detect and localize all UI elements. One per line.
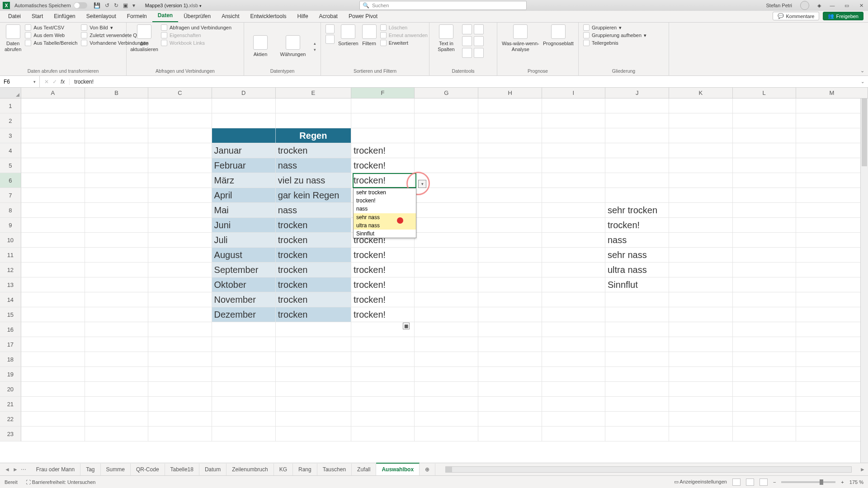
- cell-E11[interactable]: trocken: [276, 248, 351, 263]
- cell-M21[interactable]: [796, 397, 868, 412]
- datentools-grid[interactable]: [462, 24, 484, 58]
- cell-F23[interactable]: [351, 427, 415, 441]
- aus-text-csv[interactable]: Aus Text/CSV: [25, 24, 77, 31]
- cell-G19[interactable]: [415, 367, 478, 382]
- cell-K13[interactable]: [669, 277, 732, 292]
- save-icon[interactable]: 💾: [94, 2, 100, 9]
- display-settings[interactable]: ▭ Anzeigeeinstellungen: [674, 479, 727, 485]
- cell-E17[interactable]: [276, 337, 351, 352]
- cell-I13[interactable]: [542, 277, 605, 292]
- row-header[interactable]: 12: [0, 263, 21, 277]
- cell-M3[interactable]: [796, 128, 868, 143]
- cell-G15[interactable]: [415, 307, 478, 322]
- cell-C20[interactable]: [148, 382, 212, 397]
- col-header-H[interactable]: H: [478, 88, 542, 98]
- row-header[interactable]: 6: [0, 173, 21, 188]
- col-header-D[interactable]: D: [212, 88, 276, 98]
- cell-B23[interactable]: [85, 427, 148, 441]
- cell-L14[interactable]: [733, 292, 796, 307]
- cell-H13[interactable]: [478, 277, 542, 292]
- cell-H3[interactable]: [478, 128, 542, 143]
- cell-K8[interactable]: [669, 203, 732, 218]
- alle-aktualisieren-button[interactable]: Alle aktualisieren: [131, 24, 157, 52]
- cell-M7[interactable]: [796, 188, 868, 203]
- cell-K12[interactable]: [669, 263, 732, 277]
- cell-F3[interactable]: [351, 128, 415, 143]
- cell-K3[interactable]: [669, 128, 732, 143]
- cell-K2[interactable]: [669, 113, 732, 128]
- sheet-nav-next-icon[interactable]: ►: [13, 466, 18, 473]
- gruppieren[interactable]: Gruppieren ▾: [583, 24, 646, 31]
- cell-D20[interactable]: [212, 382, 276, 397]
- sheet-tab[interactable]: Datum: [199, 464, 226, 475]
- cell-I9[interactable]: [542, 218, 605, 233]
- cell-M9[interactable]: [796, 218, 868, 233]
- share-button[interactable]: 👥 Freigeben: [823, 12, 863, 20]
- cell-M16[interactable]: [796, 322, 868, 337]
- cell-D6[interactable]: März: [212, 173, 276, 188]
- cell-J14[interactable]: [605, 292, 669, 307]
- cell-F19[interactable]: [351, 367, 415, 382]
- diamond-icon[interactable]: ◈: [817, 3, 821, 9]
- cell-C12[interactable]: [148, 263, 212, 277]
- cell-M11[interactable]: [796, 248, 868, 263]
- cell-C13[interactable]: [148, 277, 212, 292]
- cell-L13[interactable]: [733, 277, 796, 292]
- cell-F17[interactable]: [351, 337, 415, 352]
- cell-M4[interactable]: [796, 143, 868, 158]
- cell-L16[interactable]: [733, 322, 796, 337]
- row-header[interactable]: 20: [0, 382, 21, 397]
- cell-M6[interactable]: [796, 173, 868, 188]
- cell-K20[interactable]: [669, 382, 732, 397]
- erweitert[interactable]: Erweitert: [380, 40, 428, 46]
- cell-G10[interactable]: [415, 233, 478, 248]
- cell-F12[interactable]: trocken!: [351, 263, 415, 277]
- autosave-toggle[interactable]: Automatisches Speichern: [14, 2, 87, 9]
- cell-H17[interactable]: [478, 337, 542, 352]
- zoom-out-button[interactable]: −: [773, 479, 776, 485]
- new-sheet-button[interactable]: ⊕: [420, 464, 435, 475]
- cell-H15[interactable]: [478, 307, 542, 322]
- col-header-E[interactable]: E: [276, 88, 351, 98]
- cell-L18[interactable]: [733, 352, 796, 367]
- cell-C21[interactable]: [148, 397, 212, 412]
- cell-F2[interactable]: [351, 113, 415, 128]
- dropdown-option[interactable]: sehr trocken: [354, 188, 416, 197]
- sheet-nav-prev-icon[interactable]: ◄: [5, 466, 10, 473]
- cell-A23[interactable]: [21, 427, 85, 441]
- cell-H7[interactable]: [478, 188, 542, 203]
- comments-button[interactable]: 💬 Kommentare: [773, 12, 819, 20]
- col-header-J[interactable]: J: [605, 88, 669, 98]
- cell-C23[interactable]: [148, 427, 212, 441]
- cell-K15[interactable]: [669, 307, 732, 322]
- tab-einfuegen[interactable]: Einfügen: [48, 11, 80, 22]
- cell-J15[interactable]: [605, 307, 669, 322]
- cell-E15[interactable]: trocken: [276, 307, 351, 322]
- cell-G23[interactable]: [415, 427, 478, 441]
- col-header-I[interactable]: I: [542, 88, 605, 98]
- cell-I22[interactable]: [542, 412, 605, 427]
- cell-D17[interactable]: [212, 337, 276, 352]
- teilergebnis[interactable]: Teilergebnis: [583, 40, 646, 46]
- camera-icon[interactable]: ▣: [123, 2, 128, 9]
- cell-B6[interactable]: [85, 173, 148, 188]
- sheet-tab[interactable]: Frau oder Mann: [31, 464, 80, 475]
- cell-L15[interactable]: [733, 307, 796, 322]
- cell-A4[interactable]: [21, 143, 85, 158]
- horizontal-scrollbar[interactable]: [445, 466, 852, 473]
- cell-I20[interactable]: [542, 382, 605, 397]
- formula-input[interactable]: trocken!: [70, 79, 857, 85]
- cell-K22[interactable]: [669, 412, 732, 427]
- cell-H1[interactable]: [478, 99, 542, 113]
- cell-A7[interactable]: [21, 188, 85, 203]
- cell-E23[interactable]: [276, 427, 351, 441]
- cell-B7[interactable]: [85, 188, 148, 203]
- cell-B11[interactable]: [85, 248, 148, 263]
- sortieren-button[interactable]: Sortieren: [338, 24, 359, 47]
- sheet-tab[interactable]: QR-Code: [131, 464, 165, 475]
- cell-J13[interactable]: Sinnflut: [605, 277, 669, 292]
- zoom-slider[interactable]: [781, 481, 835, 483]
- cell-I1[interactable]: [542, 99, 605, 113]
- cell-K21[interactable]: [669, 397, 732, 412]
- cell-J17[interactable]: [605, 337, 669, 352]
